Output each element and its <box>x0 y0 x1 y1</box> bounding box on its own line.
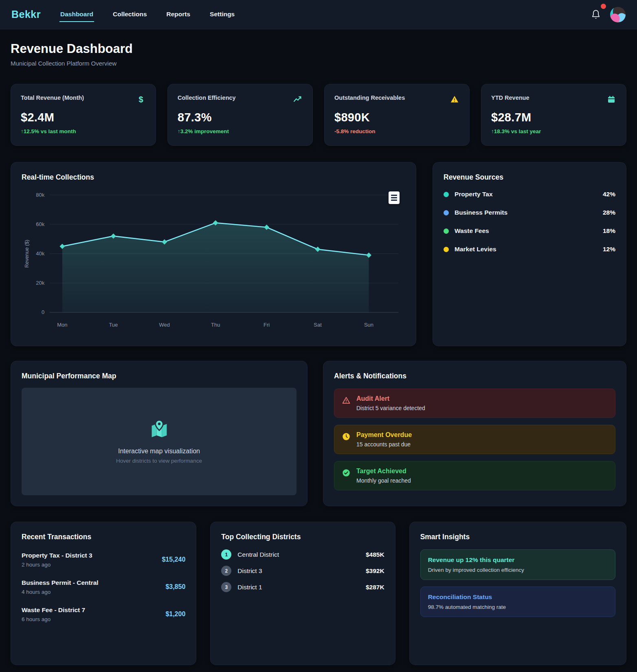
clock-icon <box>342 432 351 448</box>
insight-revenue-up: Revenue up 12% this quarter Driven by im… <box>420 549 615 580</box>
insight-description: 98.7% automated matching rate <box>428 604 608 610</box>
source-percentage: 12% <box>603 246 615 253</box>
chart-row: Real-time Collections 020k40k60k80kMonTu… <box>11 162 626 346</box>
nav-item-dashboard[interactable]: Dashboard <box>59 7 94 22</box>
collections-area-chart: 020k40k60k80kMonTueWedThuFriSatSunRevenu… <box>22 187 405 334</box>
insight-title: Revenue up 12% this quarter <box>428 556 608 564</box>
transaction-row[interactable]: Business Permit - Central 4 hours ago $3… <box>22 579 185 595</box>
legend-dot <box>444 247 449 252</box>
stat-delta: ↑18.3% vs last year <box>491 128 616 134</box>
svg-text:60k: 60k <box>36 221 44 227</box>
transaction-row[interactable]: Waste Fee - District 7 6 hours ago $1,20… <box>22 606 185 622</box>
alert-payment-overdue[interactable]: Payment Overdue 15 accounts past due <box>334 425 615 454</box>
map-placeholder-title: Interactive map visualization <box>118 448 200 455</box>
revenue-sources-list: Property Tax 42% Business Permits 28% Wa… <box>444 191 615 253</box>
source-row-business-permits: Business Permits 28% <box>444 209 615 216</box>
alert-title: Target Achieved <box>356 468 411 475</box>
warning-icon <box>450 94 459 104</box>
alert-title: Payment Overdue <box>356 431 412 439</box>
transaction-time: 2 hours ago <box>22 562 92 568</box>
transaction-name: Property Tax - District 3 <box>22 552 92 559</box>
collections-chart-wrap: 020k40k60k80kMonTueWedThuFriSatSunRevenu… <box>22 187 405 335</box>
brand-logo[interactable]: Bekkr <box>11 9 41 20</box>
districts-list: 1 Central District $485K 2 District 3 $3… <box>221 549 384 592</box>
nav-item-reports[interactable]: Reports <box>166 7 191 22</box>
district-row[interactable]: 1 Central District $485K <box>221 549 384 560</box>
stat-delta: ↑12.5% vs last month <box>21 128 146 134</box>
user-avatar[interactable] <box>610 7 626 22</box>
legend-dot <box>444 228 449 234</box>
source-row-waste-fees: Waste Fees 18% <box>444 227 615 235</box>
revenue-sources-panel: Revenue Sources Property Tax 42% Busines… <box>433 162 626 346</box>
nav-item-collections[interactable]: Collections <box>112 7 148 22</box>
transaction-row[interactable]: Property Tax - District 3 2 hours ago $1… <box>22 552 185 568</box>
svg-text:Sat: Sat <box>314 322 322 328</box>
stat-label: YTD Revenue <box>491 94 529 101</box>
svg-text:Tue: Tue <box>109 322 118 328</box>
district-amount: $485K <box>366 551 384 558</box>
stat-card-outstanding-receivables: Outstanding Receivables $890K -5.8% redu… <box>324 84 470 146</box>
top-districts-panel: Top Collecting Districts 1 Central Distr… <box>210 522 395 665</box>
source-percentage: 28% <box>603 209 615 216</box>
district-name: District 3 <box>237 567 366 575</box>
svg-text:Fri: Fri <box>264 322 270 328</box>
source-percentage: 42% <box>603 191 615 198</box>
svg-text:40k: 40k <box>36 250 44 257</box>
svg-text:0: 0 <box>42 309 44 315</box>
main-content: Revenue Dashboard Municipal Collection P… <box>0 29 637 672</box>
source-label: Property Tax <box>455 191 603 198</box>
source-row-market-levies: Market Levies 12% <box>444 246 615 253</box>
interactive-map-area[interactable]: Interactive map visualization Hover dist… <box>22 388 297 495</box>
stat-value: $2.4M <box>21 111 146 124</box>
alert-audit[interactable]: Audit Alert District 5 variance detected <box>334 389 615 418</box>
insight-title: Reconciliation Status <box>428 593 608 601</box>
stat-card-collection-efficiency: Collection Efficiency 87.3% ↑3.2% improv… <box>167 84 313 146</box>
map-title: Municipal Performance Map <box>22 372 297 380</box>
notifications-button[interactable] <box>591 9 601 21</box>
top-navbar: Bekkr Dashboard Collections Reports Sett… <box>0 0 637 29</box>
source-row-property-tax: Property Tax 42% <box>444 191 615 198</box>
svg-text:80k: 80k <box>36 192 44 198</box>
district-row[interactable]: 2 District 3 $392K <box>221 566 384 576</box>
notification-dot <box>601 4 606 9</box>
rank-badge: 2 <box>221 566 231 576</box>
alerts-panel: Alerts & Notifications Audit Alert Distr… <box>323 361 626 506</box>
trend-icon <box>293 94 303 104</box>
transaction-amount: $15,240 <box>162 556 185 563</box>
transaction-name: Waste Fee - District 7 <box>22 606 85 614</box>
stat-label: Outstanding Receivables <box>334 94 405 101</box>
alert-target-achieved[interactable]: Target Achieved Monthly goal reached <box>334 461 615 490</box>
svg-text:Thu: Thu <box>211 322 220 328</box>
alert-list: Audit Alert District 5 variance detected… <box>334 389 615 490</box>
stat-value: $890K <box>334 111 459 124</box>
source-label: Waste Fees <box>455 227 603 235</box>
chart-menu-icon[interactable] <box>389 191 400 204</box>
nav-item-settings[interactable]: Settings <box>209 7 235 22</box>
rank-badge: 3 <box>221 582 231 592</box>
district-name: Central District <box>237 551 366 558</box>
check-circle-icon <box>342 468 351 484</box>
transaction-amount: $1,200 <box>165 611 185 618</box>
recent-transactions-panel: Recent Transactions Property Tax - Distr… <box>11 522 196 665</box>
alert-triangle-icon <box>342 396 351 411</box>
bell-icon <box>591 15 601 22</box>
source-label: Market Levies <box>455 246 603 253</box>
dollar-icon: $ <box>136 94 146 104</box>
realtime-collections-panel: Real-time Collections 020k40k60k80kMonTu… <box>11 162 416 346</box>
map-placeholder-subtitle: Hover districts to view performance <box>116 458 202 464</box>
stats-row: Total Revenue (Month) $ $2.4M ↑12.5% vs … <box>11 84 626 146</box>
svg-text:Revenue ($): Revenue ($) <box>24 240 30 268</box>
district-row[interactable]: 3 District 1 $287K <box>221 582 384 592</box>
svg-text:Sun: Sun <box>364 322 373 328</box>
districts-title: Top Collecting Districts <box>221 533 384 541</box>
insight-description: Driven by improved collection efficiency <box>428 567 608 573</box>
source-percentage: 18% <box>603 227 615 235</box>
legend-dot <box>444 192 449 197</box>
alert-description: 15 accounts past due <box>356 441 412 448</box>
nav-right <box>591 7 626 22</box>
performance-map-panel: Municipal Performance Map Interactive ma… <box>11 361 308 506</box>
revenue-sources-title: Revenue Sources <box>444 173 615 182</box>
stat-card-total-revenue: Total Revenue (Month) $ $2.4M ↑12.5% vs … <box>11 84 156 146</box>
stat-label: Collection Efficiency <box>178 94 236 101</box>
transaction-time: 6 hours ago <box>22 616 85 622</box>
